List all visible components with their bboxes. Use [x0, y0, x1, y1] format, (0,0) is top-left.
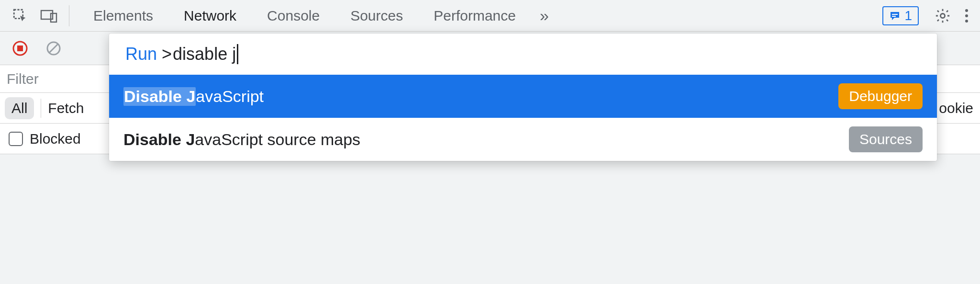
svg-point-7 [965, 14, 968, 17]
svg-rect-10 [17, 45, 23, 51]
divider [69, 5, 69, 26]
tab-console[interactable]: Console [252, 0, 335, 31]
command-menu-input-row[interactable]: Run > disable j [109, 34, 937, 75]
record-icon [12, 40, 28, 57]
command-menu: Run > disable j Disable JavaScript Debug… [109, 34, 937, 161]
filter-chip-all[interactable]: All [5, 97, 34, 119]
svg-rect-4 [892, 16, 896, 17]
command-item-badge: Debugger [838, 83, 923, 109]
command-item-rest: avaScript [196, 87, 264, 106]
svg-point-5 [940, 13, 945, 18]
chat-icon [889, 10, 901, 22]
tab-elements[interactable]: Elements [78, 0, 168, 31]
command-menu-input[interactable]: disable j [173, 44, 236, 64]
filter-chip-fetch[interactable]: Fetch [48, 100, 84, 116]
clear-icon [46, 41, 61, 56]
record-button[interactable] [9, 37, 32, 60]
tab-performance[interactable]: Performance [418, 0, 531, 31]
command-menu-prefix: Run [125, 44, 157, 64]
filter-chip-cookie-partial[interactable]: ookie [939, 100, 975, 116]
tab-network[interactable]: Network [168, 0, 252, 31]
inspect-element-icon[interactable] [9, 4, 32, 27]
tab-sources[interactable]: Sources [335, 0, 418, 31]
command-menu-gt: > [162, 44, 172, 64]
issues-count: 1 [904, 8, 912, 23]
tabs-overflow-icon[interactable]: » [531, 6, 557, 25]
blocked-requests-label: Blocked [30, 131, 81, 147]
command-menu-item[interactable]: Disable JavaScript Debugger [109, 75, 937, 118]
command-item-match: Disable J [123, 87, 196, 106]
settings-button[interactable] [931, 4, 954, 27]
svg-line-12 [49, 44, 58, 53]
command-item-badge: Sources [849, 126, 923, 152]
kebab-icon [965, 9, 969, 23]
svg-rect-3 [892, 14, 898, 15]
command-item-rest: avaScript source maps [195, 130, 360, 149]
device-toolbar-icon[interactable] [37, 4, 60, 27]
command-item-match: Disable J [123, 130, 195, 149]
blocked-requests-checkbox[interactable] [9, 132, 23, 146]
gear-icon [935, 8, 951, 24]
issues-button[interactable]: 1 [882, 6, 919, 25]
devtools-tabstrip: Elements Network Console Sources Perform… [0, 0, 980, 32]
divider [41, 99, 41, 118]
more-menu-button[interactable] [960, 4, 973, 27]
command-menu-item[interactable]: Disable JavaScript source maps Sources [109, 118, 937, 161]
svg-point-6 [965, 9, 968, 12]
filter-input[interactable]: Filter [7, 71, 39, 87]
svg-rect-2 [51, 13, 56, 22]
text-caret-icon [237, 44, 238, 64]
clear-button[interactable] [42, 37, 65, 60]
svg-point-8 [965, 20, 968, 23]
